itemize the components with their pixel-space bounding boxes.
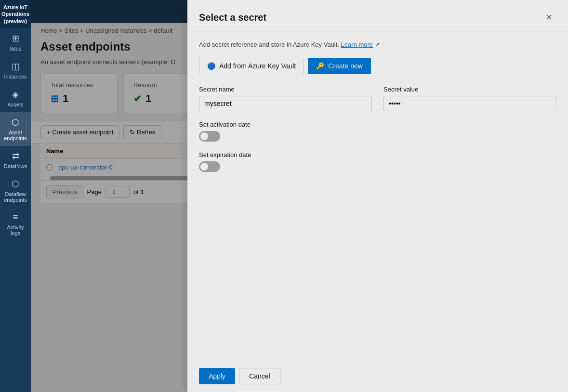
sidebar-item-label: Activity logs bbox=[2, 224, 29, 236]
activation-toggle-thumb bbox=[200, 132, 208, 140]
modal-header: Select a secret ✕ bbox=[187, 0, 568, 31]
secret-value-label: Secret value bbox=[383, 86, 556, 93]
secret-value-group: Secret value bbox=[383, 86, 556, 111]
secret-fields-row: Secret name Secret value bbox=[199, 86, 556, 111]
activity-logs-icon: ≡ bbox=[13, 212, 18, 222]
cancel-button[interactable]: Cancel bbox=[239, 368, 280, 384]
sidebar-item-sites[interactable]: ⊞ Sites bbox=[0, 28, 31, 56]
expiration-toggle-track[interactable] bbox=[199, 161, 220, 172]
sidebar-item-dataflow-endpoints[interactable]: ⬡ Dataflow endpoints bbox=[0, 174, 31, 208]
main-content: Home > Sites > Unassigned instances > de… bbox=[31, 0, 568, 392]
activation-toggle-track[interactable] bbox=[199, 131, 220, 142]
expiration-toggle[interactable] bbox=[199, 161, 220, 172]
modal-body: Add secret reference and store in Azure … bbox=[187, 31, 568, 360]
secret-name-group: Secret name bbox=[199, 86, 372, 111]
app-title: Azure IoT Operations (preview) bbox=[0, 0, 31, 28]
secret-name-label: Secret name bbox=[199, 86, 372, 93]
sidebar-item-label: Instances bbox=[4, 74, 26, 79]
sidebar-item-dataflows[interactable]: ⇄ Dataflows bbox=[0, 146, 31, 174]
learn-more-link[interactable]: Learn more bbox=[341, 41, 373, 48]
sidebar-item-activity-logs[interactable]: ≡ Activity logs bbox=[0, 208, 31, 241]
instances-icon: ◫ bbox=[12, 61, 20, 72]
asset-endpoints-icon: ⬡ bbox=[12, 117, 19, 128]
secret-value-input[interactable] bbox=[383, 96, 556, 111]
activation-date-row: Set activation date bbox=[199, 121, 556, 142]
expiration-toggle-thumb bbox=[200, 163, 208, 170]
activation-date-label: Set activation date bbox=[199, 121, 556, 128]
sidebar-item-assets[interactable]: ◈ Assets bbox=[0, 84, 31, 112]
modal-title: Select a secret bbox=[199, 12, 266, 23]
expiration-date-label: Set expiration date bbox=[199, 151, 556, 158]
modal-subtitle: Add secret reference and store in Azure … bbox=[199, 41, 556, 48]
sidebar-item-label: Asset endpoints bbox=[2, 130, 29, 141]
sidebar-item-label: Assets bbox=[7, 102, 23, 107]
vault-icon: 🔵 bbox=[207, 62, 215, 70]
create-new-tab[interactable]: 🔑 Create new bbox=[308, 58, 371, 74]
sidebar: Azure IoT Operations (preview) ⊞ Sites ◫… bbox=[0, 0, 31, 392]
activation-toggle[interactable] bbox=[199, 131, 220, 142]
dataflows-icon: ⇄ bbox=[12, 151, 19, 161]
apply-button[interactable]: Apply bbox=[199, 368, 235, 384]
close-button[interactable]: ✕ bbox=[541, 10, 556, 25]
modal-footer: Apply Cancel bbox=[187, 360, 568, 392]
sidebar-item-asset-endpoints[interactable]: ⬡ Asset endpoints bbox=[0, 112, 31, 146]
secret-name-input[interactable] bbox=[199, 96, 372, 111]
expiration-date-row: Set expiration date bbox=[199, 151, 556, 172]
sidebar-item-label: Dataflows bbox=[4, 163, 27, 169]
add-from-vault-tab[interactable]: 🔵 Add from Azure Key Vault bbox=[199, 58, 304, 74]
sites-icon: ⊞ bbox=[12, 33, 19, 44]
assets-icon: ◈ bbox=[12, 89, 19, 100]
dataflow-endpoints-icon: ⬡ bbox=[12, 179, 19, 189]
sidebar-item-label: Dataflow endpoints bbox=[2, 191, 29, 203]
select-secret-panel: Select a secret ✕ Add secret reference a… bbox=[187, 0, 568, 392]
sidebar-item-label: Sites bbox=[10, 46, 21, 52]
sidebar-item-instances[interactable]: ◫ Instances bbox=[0, 56, 31, 84]
key-icon: 🔑 bbox=[316, 62, 324, 70]
tab-group: 🔵 Add from Azure Key Vault 🔑 Create new bbox=[199, 58, 556, 74]
